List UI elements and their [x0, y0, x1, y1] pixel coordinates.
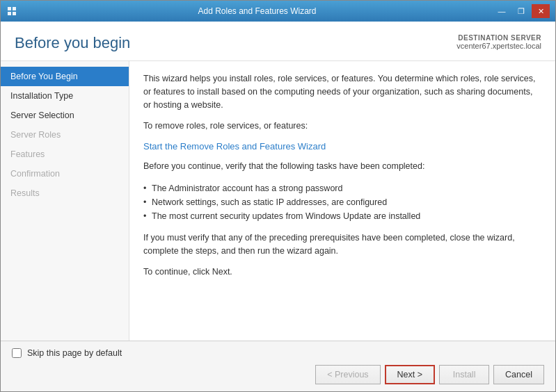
- destination-label: DESTINATION SERVER: [456, 34, 541, 42]
- server-name: vcenter67.xpertstec.local: [456, 42, 541, 50]
- svg-rect-2: [8, 12, 11, 15]
- wizard-window: Add Roles and Features Wizard — ❐ ✕ Befo…: [0, 0, 556, 392]
- sidebar-item-features: Features: [1, 145, 129, 164]
- skip-checkbox[interactable]: [12, 348, 22, 358]
- prerequisites-list: The Administrator account has a strong p…: [143, 181, 541, 223]
- content-paragraph-1: This wizard helps you install roles, rol…: [143, 72, 541, 111]
- next-button[interactable]: Next >: [385, 365, 435, 384]
- restore-button[interactable]: ❐: [512, 4, 530, 18]
- sidebar-item-installation-type[interactable]: Installation Type: [1, 86, 129, 106]
- list-item: Network settings, such as static IP addr…: [143, 195, 541, 209]
- content-paragraph-3: Before you continue, verify that the fol…: [143, 160, 541, 173]
- remove-roles-link[interactable]: Start the Remove Roles and Features Wiza…: [143, 141, 326, 152]
- svg-rect-3: [13, 12, 16, 15]
- sidebar-item-before-you-begin[interactable]: Before You Begin: [1, 67, 129, 86]
- content-paragraph-2: To remove roles, role services, or featu…: [143, 120, 541, 133]
- destination-server-info: DESTINATION SERVER vcenter67.xpertstec.l…: [456, 34, 541, 50]
- svg-rect-0: [8, 7, 11, 10]
- previous-button[interactable]: < Previous: [315, 365, 380, 384]
- page-header: Before you begin DESTINATION SERVER vcen…: [1, 22, 555, 61]
- skip-checkbox-label[interactable]: Skip this page by default: [27, 348, 122, 358]
- skip-checkbox-row: Skip this page by default: [12, 348, 544, 358]
- sidebar-item-confirmation: Confirmation: [1, 164, 129, 183]
- sidebar-item-results: Results: [1, 183, 129, 203]
- svg-rect-1: [13, 7, 16, 10]
- content-paragraph-5: To continue, click Next.: [143, 266, 541, 279]
- sidebar-item-server-selection[interactable]: Server Selection: [1, 106, 129, 125]
- button-row: < Previous Next > Install Cancel: [12, 365, 544, 384]
- window-controls: — ❐ ✕: [493, 4, 550, 18]
- content-paragraph-4: If you must verify that any of the prece…: [143, 231, 541, 258]
- sidebar: Before You Begin Installation Type Serve…: [1, 61, 129, 341]
- main-content: This wizard helps you install roles, rol…: [129, 61, 555, 341]
- list-item: The Administrator account has a strong p…: [143, 181, 541, 195]
- close-button[interactable]: ✕: [532, 4, 550, 18]
- cancel-button[interactable]: Cancel: [493, 365, 544, 384]
- footer: Skip this page by default < Previous Nex…: [1, 341, 555, 391]
- app-icon: [6, 6, 17, 17]
- title-bar: Add Roles and Features Wizard — ❐ ✕: [1, 1, 555, 22]
- minimize-button[interactable]: —: [493, 4, 511, 18]
- page-title: Before you begin: [15, 34, 130, 52]
- list-item: The most current security updates from W…: [143, 209, 541, 223]
- main-layout: Before You Begin Installation Type Serve…: [1, 61, 555, 341]
- sidebar-item-server-roles: Server Roles: [1, 125, 129, 145]
- window-title: Add Roles and Features Wizard: [22, 6, 493, 16]
- install-button[interactable]: Install: [439, 365, 489, 384]
